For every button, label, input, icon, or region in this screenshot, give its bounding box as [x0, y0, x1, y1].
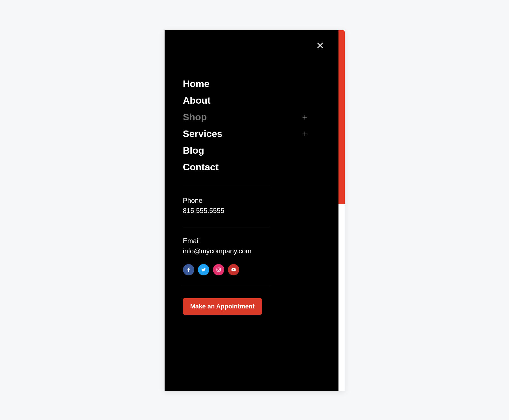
- social-instagram-link[interactable]: [213, 264, 224, 275]
- nav-item-label: Shop: [183, 112, 207, 123]
- nav-item-label: Blog: [183, 145, 204, 156]
- nav-item-services[interactable]: Services: [183, 125, 320, 142]
- email-block: Email info@mycompany.com: [183, 236, 320, 256]
- scrollbar-thumb[interactable]: [338, 30, 345, 204]
- facebook-icon: [186, 267, 191, 272]
- nav-item-contact[interactable]: Contact: [183, 159, 320, 175]
- divider: [183, 187, 271, 187]
- expand-icon-services[interactable]: [301, 130, 308, 137]
- phone-block: Phone 815.555.5555: [183, 195, 320, 216]
- nav-item-blog[interactable]: Blog: [183, 142, 320, 159]
- nav-item-home[interactable]: Home: [183, 75, 320, 92]
- phone-value[interactable]: 815.555.5555: [183, 206, 320, 216]
- nav-item-label: About: [183, 95, 211, 106]
- email-label: Email: [183, 236, 320, 246]
- expand-icon-shop[interactable]: [301, 114, 308, 121]
- social-youtube-link[interactable]: [228, 264, 239, 275]
- social-facebook-link[interactable]: [183, 264, 194, 275]
- nav-item-label: Home: [183, 78, 210, 89]
- phone-label: Phone: [183, 195, 320, 206]
- twitter-icon: [201, 267, 206, 272]
- nav-item-shop[interactable]: Shop: [183, 109, 320, 125]
- plus-icon: [302, 114, 308, 120]
- social-twitter-link[interactable]: [198, 264, 209, 275]
- divider: [183, 287, 271, 287]
- menu-panel-wrapper: Home About Shop Services: [165, 30, 345, 391]
- close-icon: [316, 42, 324, 49]
- youtube-icon: [231, 267, 236, 272]
- menu-panel: Home About Shop Services: [165, 30, 338, 391]
- email-value[interactable]: info@mycompany.com: [183, 246, 320, 256]
- instagram-icon: [216, 267, 221, 272]
- plus-icon: [302, 131, 308, 137]
- menu-content: Home About Shop Services: [165, 42, 338, 315]
- nav-item-label: Contact: [183, 162, 219, 173]
- nav-item-about[interactable]: About: [183, 92, 320, 109]
- close-button[interactable]: [315, 40, 325, 51]
- nav-list: Home About Shop Services: [183, 75, 320, 175]
- social-row: [183, 264, 320, 275]
- appointment-button[interactable]: Make an Appointment: [183, 298, 262, 315]
- nav-item-label: Services: [183, 128, 223, 139]
- divider: [183, 227, 271, 227]
